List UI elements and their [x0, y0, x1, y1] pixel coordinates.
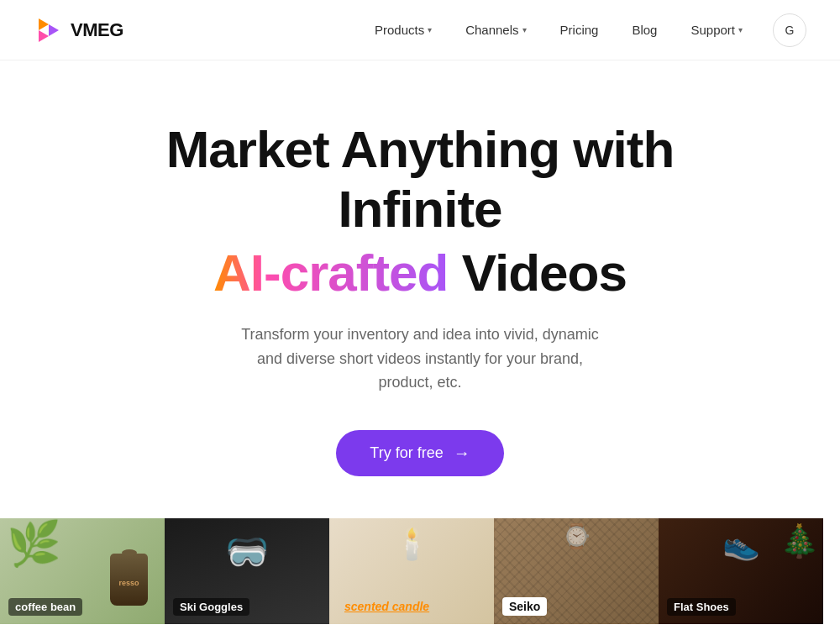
product-card-scented-candle[interactable]: 🕯️ scented candle — [329, 518, 494, 624]
logo-icon — [34, 15, 64, 45]
nav-channels[interactable]: Channels ▾ — [452, 16, 539, 44]
svg-marker-1 — [39, 18, 49, 30]
hero-section: Market Anything with Infinite AI-crafted… — [0, 60, 840, 518]
product-card-ski-goggles[interactable]: 🥽 Ski Goggles — [165, 518, 329, 624]
nav-links: Products ▾ Channels ▾ Pricing Blog Suppo… — [361, 16, 756, 44]
chevron-down-icon: ▾ — [522, 25, 527, 34]
nav-products[interactable]: Products ▾ — [361, 16, 445, 44]
chevron-down-icon: ▾ — [738, 25, 743, 34]
nav-blog[interactable]: Blog — [618, 16, 670, 44]
hero-crafted-text: -crafted — [264, 244, 448, 302]
product-cards-strip: 🌿 resso coffee bean 🥽 Ski Goggles 🕯️ sce… — [0, 518, 840, 624]
card-label-coffee: coffee bean — [8, 598, 82, 616]
logo[interactable]: VMEG — [34, 15, 123, 45]
shoes-icon: 👟 — [722, 527, 760, 562]
coffee-bag-icon: resso — [110, 554, 148, 606]
card-label-scented-candle: scented candle — [338, 597, 436, 616]
navbar: VMEG Products ▾ Channels ▾ Pricing Blog … — [0, 0, 840, 60]
nav-support[interactable]: Support ▾ — [677, 16, 756, 44]
nav-pricing[interactable]: Pricing — [547, 16, 612, 44]
plant-icon: 🌿 — [7, 518, 61, 570]
watch-icon: ⌚ — [562, 522, 591, 550]
product-card-coffee-bean[interactable]: 🌿 resso coffee bean — [0, 518, 165, 624]
hero-title: Market Anything with Infinite AI-crafted… — [84, 119, 756, 302]
card-label-seiko: Seiko — [502, 597, 547, 616]
hero-ai-text: AI — [213, 244, 264, 302]
ski-goggles-icon: 🥽 — [225, 531, 269, 572]
chevron-down-icon: ▾ — [428, 25, 432, 34]
logo-text: VMEG — [71, 19, 123, 41]
card-label-ski-goggles: Ski Goggles — [173, 598, 249, 616]
nav-cta-button[interactable]: G — [773, 13, 806, 47]
product-card-flat-shoes[interactable]: 🎄 👟 Flat Shoes — [659, 518, 823, 624]
hero-subtitle: Transform your inventory and idea into v… — [235, 323, 605, 395]
svg-marker-2 — [39, 30, 49, 42]
product-card-seiko[interactable]: ⌚ Seiko — [494, 518, 659, 624]
svg-marker-3 — [49, 24, 59, 36]
card-label-flat-shoes: Flat Shoes — [667, 598, 736, 616]
try-for-free-button[interactable]: Try for free → — [336, 430, 503, 476]
candle-icon: 🕯️ — [393, 527, 431, 562]
arrow-icon: → — [454, 444, 470, 463]
christmas-tree-icon: 🎄 — [780, 522, 819, 559]
